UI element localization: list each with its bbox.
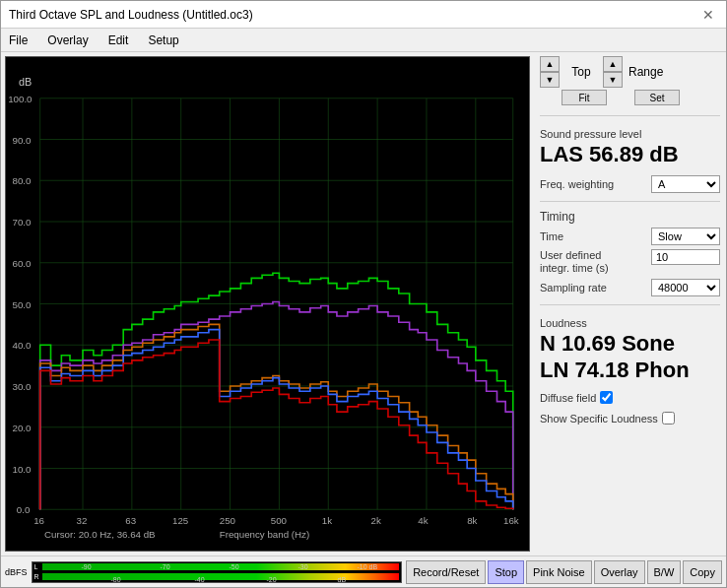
divider-2	[540, 201, 720, 202]
meter-tick-50: -50	[230, 563, 239, 570]
loudness-n-value: N 10.69 Sone	[540, 331, 720, 357]
meter-R-row: R -80 -40 -20 dB	[33, 572, 402, 582]
freq-weighting-row: Freq. weighting A B C Z	[540, 175, 720, 193]
range-up-button[interactable]: ▲	[603, 56, 623, 72]
fit-button[interactable]: Fit	[562, 90, 607, 105]
svg-text:8k: 8k	[467, 515, 478, 526]
time-label: Time	[540, 230, 563, 242]
stop-button[interactable]: Stop	[488, 560, 524, 584]
svg-text:2k: 2k	[371, 515, 382, 526]
meter-tick-40b: -40	[195, 576, 205, 583]
menu-setup[interactable]: Setup	[144, 32, 182, 49]
top-up-button[interactable]: ▲	[540, 56, 560, 72]
bottom-bar: dBFS L -90 -70 -50 -30 -10 dB R	[1, 555, 726, 587]
svg-text:16: 16	[33, 515, 44, 526]
sampling-rate-select[interactable]: 48000 44100	[651, 279, 720, 296]
sampling-rate-row: Sampling rate 48000 44100	[540, 279, 720, 296]
loudness-label: Loudness	[540, 317, 720, 329]
bw-button[interactable]: B/W	[647, 560, 682, 584]
svg-text:60.0: 60.0	[13, 258, 32, 269]
menu-bar: File Overlay Edit Setup	[1, 29, 726, 52]
menu-file[interactable]: File	[5, 32, 32, 49]
meter-tick-90: -90	[82, 563, 92, 570]
sampling-rate-label: Sampling rate	[540, 282, 607, 294]
divider-3	[540, 304, 720, 305]
main-window: Third Octave SPL and Loudness (Untitled.…	[0, 0, 727, 588]
user-integr-input[interactable]	[651, 249, 720, 265]
top-down-button[interactable]: ▼	[540, 72, 560, 88]
range-down-button[interactable]: ▼	[603, 72, 623, 88]
svg-text:40.0: 40.0	[13, 341, 32, 352]
meter-L-row: L -90 -70 -50 -30 -10 dB	[33, 562, 402, 572]
menu-overlay[interactable]: Overlay	[43, 32, 92, 49]
divider-1	[540, 115, 720, 116]
L-meter-bar	[42, 563, 400, 570]
meter-tick-db: dB	[338, 576, 347, 583]
spl-section: Sound pressure level LAS 56.89 dB	[540, 128, 720, 167]
overlay-button[interactable]: Overlay	[594, 560, 645, 584]
timing-label: Timing	[540, 210, 720, 224]
svg-text:4k: 4k	[418, 515, 429, 526]
diffuse-field-checkbox[interactable]	[600, 391, 613, 404]
svg-text:10.0: 10.0	[13, 464, 32, 475]
svg-text:0.0: 0.0	[17, 505, 31, 516]
main-content: Third octave SPL ARTA dB	[1, 52, 726, 555]
top-nav-group: ▲ ▼ Top ▲ ▼ Range Fit S	[540, 56, 680, 105]
chart-area: Third octave SPL ARTA dB	[5, 56, 530, 552]
level-meter: L -90 -70 -50 -30 -10 dB R -80 -40	[32, 561, 403, 583]
menu-edit[interactable]: Edit	[104, 32, 133, 49]
meter-tick-80: -80	[111, 576, 121, 583]
show-specific-label: Show Specific Loudness	[540, 413, 658, 425]
fit-nav-row: Fit Set	[540, 90, 680, 105]
show-specific-row: Show Specific Loudness	[540, 412, 720, 425]
range-label: Range	[625, 65, 667, 79]
title-bar: Third Octave SPL and Loudness (Untitled.…	[1, 1, 726, 29]
time-select[interactable]: Slow Fast	[651, 228, 720, 245]
svg-text:125: 125	[172, 515, 188, 526]
L-label: L	[34, 563, 42, 570]
diffuse-field-label: Diffuse field	[540, 392, 596, 404]
svg-text:80.0: 80.0	[13, 176, 32, 187]
time-row: Time Slow Fast	[540, 228, 720, 245]
nav-controls: ▲ ▼ Top ▲ ▼ Range Fit S	[540, 56, 720, 105]
loudness-section: Loudness N 10.69 Sone LN 74.18 Phon	[540, 317, 720, 383]
user-integr-label: User defined integr. time (s)	[540, 249, 628, 275]
spl-section-label: Sound pressure level	[540, 128, 720, 140]
right-panel: ▲ ▼ Top ▲ ▼ Range Fit S	[534, 52, 726, 555]
svg-text:Cursor:  20.0 Hz, 36.64 dB: Cursor: 20.0 Hz, 36.64 dB	[44, 530, 156, 541]
dbfs-label: dBFS	[5, 567, 28, 577]
svg-text:70.0: 70.0	[13, 217, 32, 228]
meter-tick-30: -30	[298, 563, 308, 570]
range-arrows: ▲ ▼	[603, 56, 623, 88]
top-arrows: ▲ ▼	[540, 56, 560, 88]
svg-text:50.0: 50.0	[13, 299, 32, 310]
user-integr-row: User defined integr. time (s)	[540, 249, 720, 275]
copy-button[interactable]: Copy	[683, 560, 722, 584]
set-button[interactable]: Set	[634, 90, 680, 105]
svg-text:Frequency band (Hz): Frequency band (Hz)	[220, 530, 309, 541]
freq-weighting-label: Freq. weighting	[540, 178, 614, 190]
close-button[interactable]: ✕	[698, 7, 718, 23]
svg-text:1k: 1k	[322, 515, 333, 526]
bottom-buttons: Record/Reset Stop Pink Noise Overlay B/W…	[406, 560, 722, 584]
svg-text:32: 32	[77, 515, 88, 526]
chart-svg: dB 100.0 90.0 80.0 70.0 60.0 50.0	[6, 57, 529, 551]
pink-noise-button[interactable]: Pink Noise	[526, 560, 592, 584]
timing-section: Timing Time Slow Fast User defined integ…	[540, 210, 720, 296]
svg-text:100.0: 100.0	[8, 94, 32, 104]
svg-text:dB: dB	[19, 76, 32, 88]
loudness-ln-value: LN 74.18 Phon	[540, 358, 720, 383]
spl-value: LAS 56.89 dB	[540, 142, 720, 167]
freq-weighting-select[interactable]: A B C Z	[651, 175, 720, 193]
diffuse-field-row: Diffuse field	[540, 391, 720, 404]
show-specific-checkbox[interactable]	[662, 412, 675, 425]
svg-text:250: 250	[220, 515, 235, 526]
svg-text:63: 63	[125, 515, 136, 526]
meter-tick-70: -70	[161, 563, 170, 570]
top-label: Top	[562, 65, 601, 79]
svg-text:500: 500	[271, 515, 287, 526]
record-reset-button[interactable]: Record/Reset	[406, 560, 486, 584]
svg-text:90.0: 90.0	[13, 135, 32, 146]
window-title: Third Octave SPL and Loudness (Untitled.…	[9, 8, 253, 22]
R-label: R	[34, 573, 42, 580]
